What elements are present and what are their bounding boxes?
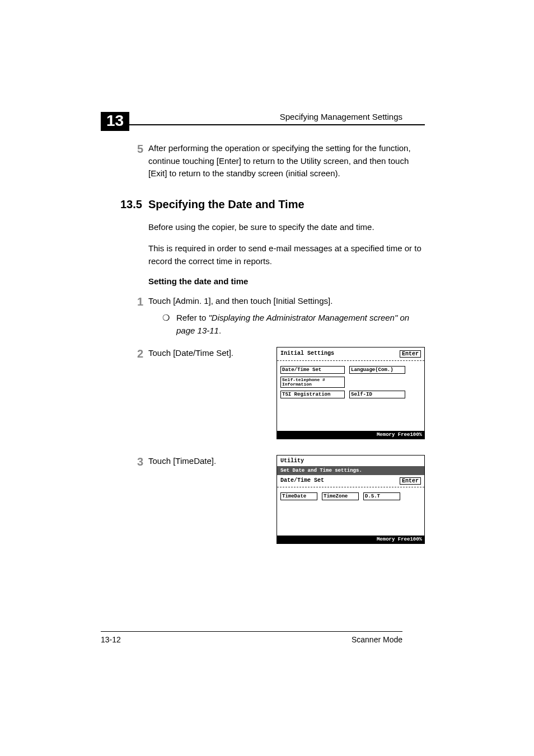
screen-footer: Memory Free100% <box>277 536 424 543</box>
footer-rule <box>101 631 402 632</box>
dst-button[interactable]: D.S.T <box>363 492 400 500</box>
step-5: 5 After performing the operation or spec… <box>101 142 425 180</box>
note-text: Refer to "Displaying the Administrator M… <box>176 312 425 337</box>
step-text: Touch [Date/Time Set]. <box>148 347 233 360</box>
step-number: 2 <box>101 347 148 360</box>
step-number: 3 <box>101 455 148 468</box>
screen-title: Initial Settings <box>280 350 334 358</box>
step-3-row: 3 Touch [TimeDate]. Utility Set Date and… <box>101 455 425 544</box>
step-text: Touch [TimeDate]. <box>148 455 216 468</box>
step-number: 1 <box>101 295 148 308</box>
section-heading-row: 13.5 Specifying the Date and Time <box>101 198 425 211</box>
page-footer: 13-12 Scanner Mode <box>101 631 402 644</box>
page-header-title: Specifying Management Settings <box>101 112 425 121</box>
section-paragraph-2: This is required in order to send e-mail… <box>148 242 425 267</box>
self-id-button[interactable]: Self-ID <box>349 391 405 398</box>
sub-titlebar: Date/Time Set Enter <box>277 475 424 487</box>
step-text: After performing the operation or specif… <box>148 142 425 180</box>
footer-label: Scanner Mode <box>352 635 402 644</box>
memory-free-label: Memory Free <box>377 537 410 542</box>
screen-footer: Memory Free100% <box>277 431 424 439</box>
step-1: 1 Touch [Admin. 1], and then touch [Init… <box>101 295 425 308</box>
step-1-note: ❍ Refer to "Displaying the Administrator… <box>162 312 425 337</box>
screen-body: Date/Time Set Language(Com.) Self-teleph… <box>277 361 424 431</box>
screen-body: TimeDate TimeZone D.S.T <box>277 487 424 536</box>
step-number: 5 <box>101 142 148 180</box>
step-3: 3 Touch [TimeDate]. <box>101 455 266 468</box>
header-rule <box>101 124 425 125</box>
enter-button[interactable]: Enter <box>400 477 421 485</box>
tsi-registration-button[interactable]: TSI Registration <box>280 391 345 398</box>
memory-free-label: Memory Free <box>377 432 410 438</box>
sub-title: Date/Time Set <box>280 477 324 485</box>
step-2: 2 Touch [Date/Time Set]. <box>101 347 266 360</box>
initial-settings-screenshot: Initial Settings Enter Date/Time Set Lan… <box>277 347 425 439</box>
step-2-row: 2 Touch [Date/Time Set]. Initial Setting… <box>101 347 425 439</box>
section-paragraph-1: Before using the copier, be sure to spec… <box>148 221 425 234</box>
screen-titlebar: Initial Settings Enter <box>277 348 424 361</box>
note-prefix: Refer to <box>176 313 209 322</box>
enter-button[interactable]: Enter <box>400 350 421 358</box>
step-text: Touch [Admin. 1], and then touch [Initia… <box>148 295 332 308</box>
chapter-number: 13 <box>101 112 129 131</box>
note-reference: "Displaying the Administrator Management… <box>176 313 409 335</box>
memory-free-value: 100% <box>410 432 422 438</box>
date-time-set-button[interactable]: Date/Time Set <box>280 366 345 374</box>
note-bullet-icon: ❍ <box>162 312 176 337</box>
utility-message: Set Date and Time settings. <box>277 466 424 475</box>
page-number: 13-12 <box>101 635 121 644</box>
self-telephone-button[interactable]: Self-telephone # Information <box>280 377 345 388</box>
date-time-set-screenshot: Utility Set Date and Time settings. Date… <box>277 455 425 544</box>
timezone-button[interactable]: TimeZone <box>322 492 359 500</box>
utility-header: Utility <box>277 456 424 466</box>
memory-free-value: 100% <box>410 537 422 542</box>
timedate-button[interactable]: TimeDate <box>280 492 317 500</box>
language-button[interactable]: Language(Com.) <box>349 366 405 374</box>
procedure-sub-heading: Setting the date and time <box>148 276 425 286</box>
section-heading: Specifying the Date and Time <box>148 198 305 211</box>
note-suffix: . <box>219 326 221 335</box>
section-number: 13.5 <box>101 198 148 211</box>
